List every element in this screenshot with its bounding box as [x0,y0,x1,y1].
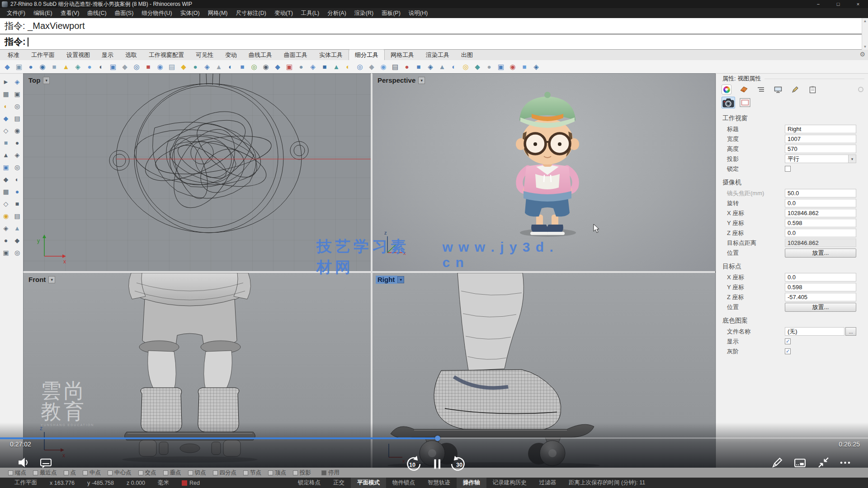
notes-tab-icon[interactable] [807,84,817,94]
status-item[interactable]: 操作轴 [457,478,486,488]
checkbox-icon[interactable] [64,470,69,475]
toolbar-icon[interactable]: ● [190,61,201,72]
toolbar-tab[interactable]: 选取 [119,50,143,60]
sidebar-icon[interactable]: ◐ [12,173,23,185]
checkbox-icon[interactable] [293,470,298,475]
sidebar-icon[interactable]: ▤ [12,210,23,222]
toolbar-icon[interactable]: ◐ [343,61,354,72]
menu-item[interactable]: 分析(A) [323,8,350,18]
osnap-toggle[interactable]: 端点 [8,469,26,477]
menu-item[interactable]: 渲染(R) [350,8,377,18]
osnap-toggle[interactable]: 中点 [83,469,101,477]
chevron-down-icon[interactable]: ▾ [43,77,50,84]
sidebar-icon[interactable]: ◐ [0,100,12,112]
gear-icon[interactable]: ⚙ [859,51,865,58]
toolbar-icon[interactable]: ● [84,61,95,72]
sidebar-icon[interactable]: ■ [12,197,23,210]
maximize-button[interactable]: □ [828,0,848,8]
input-field[interactable]: 570 [785,145,856,153]
status-item[interactable]: z 0.000 [120,478,151,488]
toolbar-icon[interactable]: ▲ [437,61,448,72]
sidebar-icon[interactable]: ▣ [12,88,23,100]
toolbar-icon[interactable]: ◈ [307,61,318,72]
command-input[interactable]: 指令: [0,34,868,50]
input-field[interactable]: 0.598 [785,219,856,227]
osnap-toggle[interactable]: 点 [64,469,76,477]
sidebar-icon[interactable]: ◇ [0,124,12,136]
toolbar-icon[interactable]: ▣ [495,61,506,72]
toolbar-icon[interactable]: ▲ [331,61,342,72]
status-item[interactable]: 正交 [327,478,351,488]
status-item[interactable]: 过滤器 [533,478,563,488]
toolbar-icon[interactable]: ◆ [366,61,377,72]
viewport-perspective-label[interactable]: Perspective ▾ [376,76,425,84]
checkbox[interactable]: ✓ [785,348,791,354]
status-item[interactable]: 智慧轨迹 [421,478,457,488]
toolbar-icon[interactable]: ◆ [119,61,130,72]
status-item[interactable]: 记录建构历史 [486,478,533,488]
progress-elapsed[interactable] [0,437,438,439]
material-tab-icon[interactable] [739,84,749,94]
menu-item[interactable]: 实体(O) [176,8,204,18]
more-button[interactable] [839,458,851,467]
toolbar-icon[interactable]: ◐ [448,61,459,72]
sidebar-icon[interactable]: ◎ [12,161,23,173]
sidebar-icon[interactable]: ◎ [12,246,23,258]
input-field[interactable]: 0.598 [785,283,856,291]
toolbar-icon[interactable]: ◈ [202,61,212,72]
scroll-down-icon[interactable]: ▼ [863,45,867,49]
pip-button[interactable] [794,457,806,469]
toolbar-icon[interactable]: ■ [413,61,424,72]
place-button[interactable]: 放置... [785,303,856,312]
sidebar-icon[interactable]: ● [12,136,23,149]
toolbar-icon[interactable]: ▲ [61,61,71,72]
toolbar-icon[interactable]: ● [484,61,495,72]
sidebar-icon[interactable]: ◉ [12,124,23,136]
toolbar-icon[interactable]: ◈ [72,61,83,72]
toolbar-icon[interactable]: ◉ [155,61,165,72]
toolbar-icon[interactable]: ■ [237,61,248,72]
toolbar-icon[interactable]: ▤ [166,61,177,72]
status-item[interactable]: 工作平面 [8,478,43,488]
forward-30-button[interactable]: 30 [451,455,468,473]
toolbar-icon[interactable]: ◎ [249,61,259,72]
toolbar-icon[interactable]: ● [25,61,36,72]
toolbar-tab[interactable]: 曲线工具 [243,50,278,60]
viewport-top[interactable]: y x Top ▾ [24,74,371,271]
osnap-toggle[interactable]: 交点 [138,469,156,477]
toolbar-tab[interactable]: 设置视图 [61,50,96,60]
sidebar-icon[interactable]: ▣ [0,161,12,173]
checkbox-icon[interactable] [268,470,273,475]
browse-button[interactable]: ... [845,327,856,336]
edit-tab-icon[interactable] [790,84,800,94]
sidebar-icon[interactable]: ◆ [0,112,12,124]
toolbar-icon[interactable]: ◆ [272,61,283,72]
osnap-disable-toggle[interactable]: 停用 [321,469,340,477]
toolbar-icon[interactable]: ■ [49,61,60,72]
toolbar-tab[interactable]: 变动 [219,50,243,60]
sidebar-icon[interactable]: ▲ [0,149,12,161]
status-item[interactable]: 锁定格点 [292,478,327,488]
toolbar-icon[interactable]: ▣ [108,61,118,72]
status-item[interactable]: 平面模式 [351,478,386,488]
toolbar-icon[interactable]: ▲ [213,61,224,72]
osnap-toggle[interactable]: 最近点 [33,469,57,477]
checkbox[interactable]: ✓ [785,338,791,344]
toolbar-icon[interactable]: ◆ [2,61,13,72]
menu-item[interactable]: 文件(F) [3,8,29,18]
toolbar-icon[interactable]: ◉ [260,61,271,72]
menu-item[interactable]: 工具(L) [297,8,323,18]
sidebar-icon[interactable]: ◈ [0,222,12,234]
menu-item[interactable]: 尺寸标注(D) [232,8,270,18]
video-progress-bar[interactable] [0,437,868,439]
osnap-toggle[interactable]: 投影 [293,469,311,477]
viewport-splitter-vertical[interactable] [371,74,373,468]
osnap-toggle[interactable]: 垂点 [163,469,181,477]
toolbar-tab[interactable]: 工作视窗配置 [143,50,190,60]
annotate-button[interactable] [771,456,783,469]
input-field[interactable]: Right [785,125,856,133]
viewport-right-label[interactable]: Right ▾ [376,276,404,284]
toolbar-icon[interactable]: ◆ [178,61,189,72]
chevron-down-icon[interactable]: ▾ [418,77,425,84]
status-item[interactable]: y -485.758 [81,478,120,488]
